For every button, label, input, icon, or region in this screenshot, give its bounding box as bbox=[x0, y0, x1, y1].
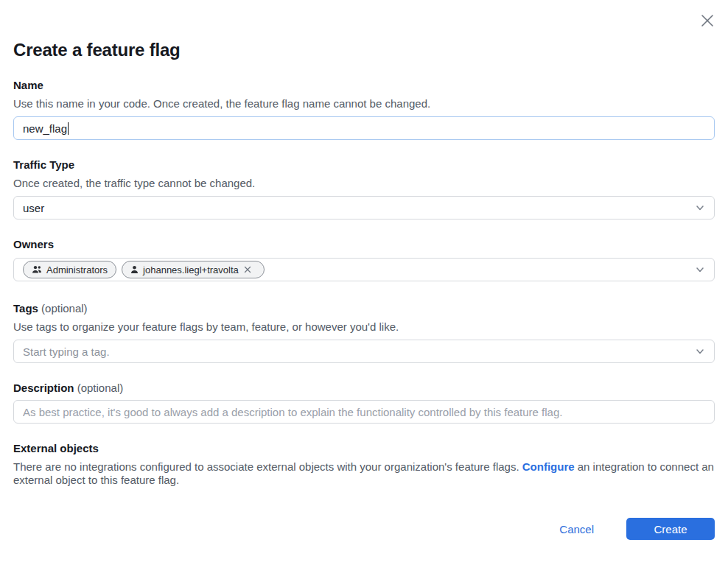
create-feature-flag-modal: Create a feature flag Name Use this name… bbox=[0, 0, 728, 562]
owners-label: Owners bbox=[13, 238, 715, 250]
description-label-text: Description bbox=[13, 382, 74, 394]
traffic-type-select[interactable]: user bbox=[13, 196, 715, 219]
owner-chip-label: Administrators bbox=[46, 264, 108, 275]
traffic-type-description: Once created, the traffic type cannot be… bbox=[13, 177, 715, 190]
text-caret bbox=[68, 122, 69, 135]
name-label: Name bbox=[13, 79, 715, 91]
group-icon bbox=[32, 265, 46, 274]
external-objects-text: There are no integrations configured to … bbox=[13, 460, 715, 487]
owners-chips: Administrators johannes.liegl+travolta bbox=[23, 261, 265, 278]
chip-remove-icon[interactable] bbox=[244, 266, 256, 273]
close-button[interactable] bbox=[699, 12, 716, 29]
tags-select[interactable]: Start typing a tag. bbox=[13, 340, 715, 363]
description-label: Description (optional) bbox=[13, 382, 715, 394]
person-icon bbox=[130, 265, 143, 274]
description-input[interactable] bbox=[13, 400, 715, 424]
chevron-down-icon bbox=[695, 346, 705, 356]
traffic-type-value: user bbox=[23, 202, 44, 214]
owner-chip-administrators[interactable]: Administrators bbox=[23, 261, 116, 278]
tags-optional-text: (optional) bbox=[41, 302, 88, 315]
traffic-type-label: Traffic Type bbox=[13, 158, 715, 171]
owner-chip-johannes[interactable]: johannes.liegl+travolta bbox=[122, 261, 265, 278]
create-button[interactable]: Create bbox=[626, 518, 715, 540]
owner-chip-label: johannes.liegl+travolta bbox=[143, 264, 239, 275]
tags-label: Tags (optional) bbox=[13, 302, 715, 315]
page-title: Create a feature flag bbox=[13, 0, 715, 60]
owners-select[interactable]: Administrators johannes.liegl+travolta bbox=[13, 258, 715, 281]
tags-label-text: Tags bbox=[13, 302, 38, 315]
name-input-value: new_flag bbox=[23, 122, 67, 135]
cancel-button[interactable]: Cancel bbox=[559, 523, 594, 535]
name-input[interactable]: new_flag bbox=[13, 116, 715, 140]
tags-description: Use tags to organize your feature flags … bbox=[13, 320, 715, 334]
external-objects-text-before: There are no integrations configured to … bbox=[13, 460, 522, 473]
tags-placeholder: Start typing a tag. bbox=[23, 345, 110, 358]
configure-link[interactable]: Configure bbox=[522, 460, 575, 473]
modal-footer: Cancel Create bbox=[13, 518, 715, 540]
chevron-down-icon bbox=[695, 264, 705, 275]
chevron-down-icon bbox=[695, 203, 705, 213]
description-optional-text: (optional) bbox=[77, 382, 124, 394]
name-description: Use this name in your code. Once created… bbox=[13, 97, 715, 110]
close-icon bbox=[699, 13, 715, 29]
external-objects-label: External objects bbox=[13, 442, 715, 454]
